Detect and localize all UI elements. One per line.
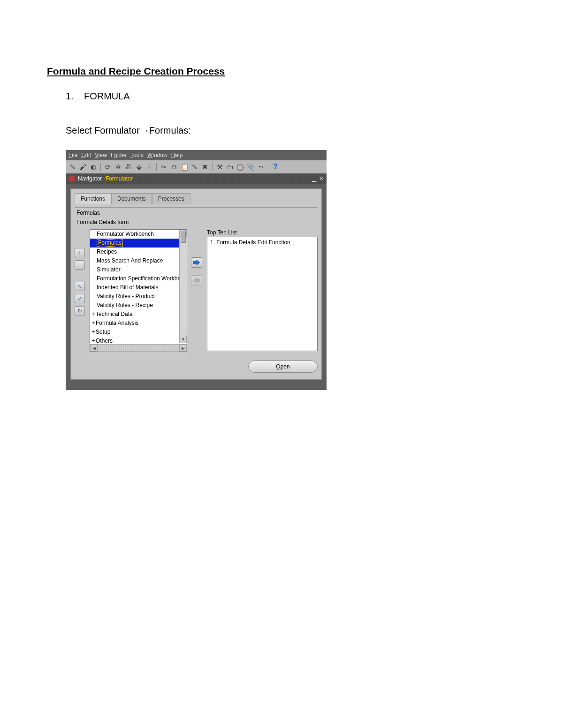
function-list-item[interactable]: Indented Bill of Materials — [90, 283, 179, 292]
menu-window[interactable]: Window — [147, 152, 167, 158]
function-list-item[interactable]: +Others — [90, 337, 179, 344]
function-list-item-label: Setup — [96, 329, 110, 335]
function-list-item-label: Recipes — [97, 248, 117, 255]
scroll-left-icon[interactable]: ◀ — [90, 345, 98, 352]
menubar: File Edit View Folder Tools Window Help — [66, 150, 327, 160]
toolbar-edit-icon[interactable]: ✎ — [190, 163, 199, 171]
function-list-item[interactable]: +Technical Data — [90, 310, 179, 319]
toolbar-hand-icon[interactable]: ☟ — [145, 163, 153, 171]
toolbar-cut-icon[interactable]: ✂ — [160, 163, 168, 171]
navigator-panel: Functions Documents Processes Formulas F… — [70, 188, 322, 380]
section-label-1: Formulas — [75, 208, 318, 217]
expander-icon[interactable]: + — [91, 328, 96, 336]
toolbar-link-icon[interactable]: ⤳ — [257, 163, 265, 171]
toolbar-new-icon[interactable]: ✎ — [68, 163, 77, 171]
function-list-item-label: Technical Data — [96, 311, 133, 317]
top-ten-item[interactable]: 1. Formula Details Edit Function — [209, 238, 315, 247]
toolbar-import-icon[interactable]: ⬙ — [135, 163, 143, 171]
open-button[interactable]: Open — [248, 360, 318, 373]
tab-bar: Functions Documents Processes — [75, 193, 318, 204]
toolbar: ✎ 🖌 ◐ ⟳ ✲ 🖶 ⬙ ☟ ✂ ⧉ 📋 ✎ ✖ ⚒ 🗀 ◯ 📎 ⤳ ? — [66, 160, 327, 173]
function-list-item-label: Mass Search And Replace — [97, 257, 163, 264]
function-list-item[interactable]: Recipes — [90, 248, 179, 256]
function-list-item[interactable]: Formulator Workbench — [90, 230, 179, 239]
transfer-buttons — [191, 257, 203, 285]
top-ten-label: Top Ten List — [207, 229, 318, 237]
function-list-item[interactable]: +Setup — [90, 328, 179, 337]
expand-icon[interactable]: ＋ — [75, 248, 85, 257]
section-label-2: Formula Details form — [75, 217, 318, 226]
minimize-icon[interactable]: ▁ — [312, 175, 316, 182]
function-list-item[interactable]: Formulation Specification Workbe — [90, 274, 179, 283]
function-list-item[interactable]: Validity Rules - Product — [90, 292, 179, 301]
toolbar-printer-icon[interactable]: 🖶 — [124, 163, 133, 171]
top-ten-listbox[interactable]: 1. Formula Details Edit Function — [207, 237, 318, 351]
collapse-all-icon[interactable]: ⤢ — [75, 294, 85, 303]
close-icon[interactable]: ✕ — [319, 175, 324, 182]
move-left-button[interactable] — [191, 275, 202, 285]
navigator-app-icon — [68, 175, 75, 182]
toolbar-brush-icon[interactable]: 🖌 — [79, 163, 87, 171]
tab-documents[interactable]: Documents — [111, 193, 152, 204]
function-list-item-label: Simulator — [97, 266, 121, 273]
toolbar-folder-icon[interactable]: 🗀 — [226, 163, 234, 171]
toolbar-delete-icon[interactable]: ✖ — [201, 163, 209, 171]
svg-marker-0 — [193, 260, 200, 265]
step-line: 1. FORMULA — [66, 91, 516, 102]
expander-icon[interactable]: + — [91, 310, 96, 318]
tab-functions[interactable]: Functions — [75, 193, 111, 204]
function-list-item[interactable]: Formulas — [90, 239, 179, 248]
toolbar-help-icon[interactable]: ? — [271, 163, 280, 171]
toolbar-wrench-icon[interactable]: ⚒ — [215, 163, 224, 171]
vertical-scrollbar[interactable]: ▲ ▼ — [179, 230, 187, 343]
menu-edit[interactable]: Edit — [81, 152, 91, 158]
toolbar-paste-icon[interactable]: 📋 — [180, 163, 189, 171]
toolbar-separator — [156, 163, 157, 171]
function-list-item-label: Validity Rules - Recipe — [97, 302, 153, 308]
function-list-item-label: Validity Rules - Product — [97, 293, 155, 300]
step-number: 1. — [66, 91, 74, 101]
expander-icon[interactable]: + — [91, 337, 96, 344]
function-list-item-label: Others — [96, 338, 113, 344]
document-title: Formula and Recipe Creation Process — [47, 66, 516, 77]
app-window: File Edit View Folder Tools Window Help … — [66, 150, 327, 390]
function-list-item[interactable]: Mass Search And Replace — [90, 256, 179, 265]
function-list-item[interactable]: Validity Rules - Recipe — [90, 301, 179, 310]
function-list-item[interactable]: +Formula Analysis — [90, 319, 179, 328]
expand-all-icon[interactable]: ⤡ — [75, 282, 85, 291]
tab-processes[interactable]: Processes — [152, 193, 190, 204]
function-list-item-label: Formulas — [97, 239, 123, 247]
tree-toolbar: ＋ － ⤡ ⤢ ↻ — [75, 248, 86, 315]
horizontal-scrollbar[interactable]: ◀ ▶ — [90, 344, 187, 352]
toolbar-refresh-icon[interactable]: ⟳ — [104, 163, 112, 171]
toolbar-separator — [100, 163, 101, 171]
toolbar-globe-icon[interactable]: ◐ — [89, 163, 98, 171]
toolbar-separator — [212, 163, 213, 171]
move-right-button[interactable] — [191, 257, 202, 268]
function-list-item[interactable]: Simulator — [90, 265, 179, 274]
arrow-left-icon — [193, 278, 200, 283]
expander-icon[interactable]: + — [91, 319, 96, 327]
menu-tools[interactable]: Tools — [130, 152, 144, 158]
arrow-right-icon — [193, 260, 200, 265]
menu-file[interactable]: File — [68, 152, 77, 158]
menu-help[interactable]: Help — [171, 152, 183, 158]
svg-marker-1 — [193, 278, 200, 283]
tree-sync-icon[interactable]: ↻ — [75, 306, 85, 315]
collapse-icon[interactable]: － — [75, 260, 85, 270]
toolbar-disc-icon[interactable]: ◯ — [236, 163, 244, 171]
function-list-item-label: Formulation Specification Workbe — [97, 275, 179, 282]
scroll-down-icon[interactable]: ▼ — [180, 336, 187, 343]
toolbar-separator — [268, 163, 268, 171]
menu-view[interactable]: View — [95, 152, 107, 158]
step-label: FORMULA — [84, 91, 130, 101]
function-list-item-label: Indented Bill of Materials — [97, 284, 158, 291]
scroll-thumb[interactable] — [181, 231, 186, 243]
toolbar-attach-icon[interactable]: 📎 — [246, 163, 255, 171]
toolbar-copy-icon[interactable]: ⧉ — [170, 163, 178, 171]
function-listbox[interactable]: Formulator WorkbenchFormulasRecipesMass … — [90, 229, 187, 352]
toolbar-gear-icon[interactable]: ✲ — [114, 163, 122, 171]
menu-folder[interactable]: Folder — [111, 152, 127, 158]
scroll-right-icon[interactable]: ▶ — [179, 345, 187, 352]
function-list-item-label: Formulator Workbench — [97, 231, 154, 237]
